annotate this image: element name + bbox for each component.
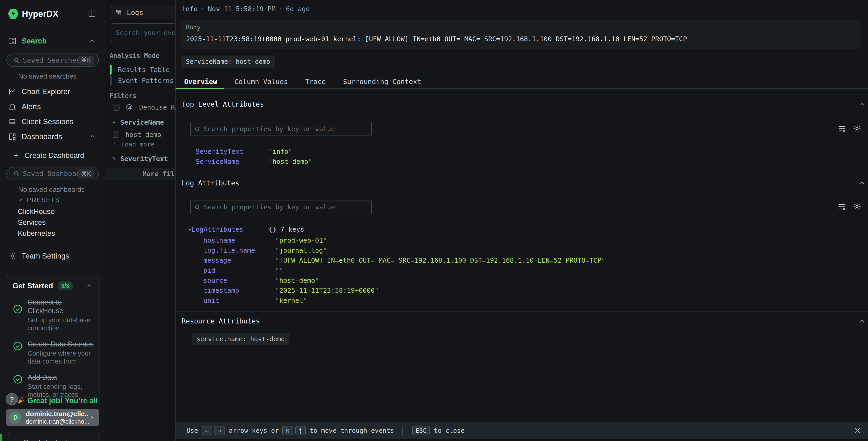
attribute-value: journal.log bbox=[279, 246, 323, 254]
load-more-row[interactable]: Load more bbox=[112, 141, 154, 148]
sidebar-item-label: Client Sessions bbox=[22, 117, 73, 126]
j-key: j bbox=[295, 426, 306, 435]
get-started-title: Get Started bbox=[12, 282, 53, 290]
denoise-checkbox[interactable] bbox=[113, 104, 120, 111]
log-attributes-search-box[interactable] bbox=[190, 200, 372, 214]
mode-results-table[interactable]: Results Table bbox=[110, 65, 169, 75]
esc-key: ESC bbox=[412, 426, 430, 435]
attribute-key[interactable]: log.file.name bbox=[203, 246, 255, 254]
attribute-row[interactable]: message bbox=[203, 257, 231, 264]
deploy-note-text: Ready to deploy on bbox=[23, 439, 84, 441]
user-account-chip[interactable]: D dominic.tran@clic... dominic.tran@clic… bbox=[6, 409, 99, 426]
tab-surrounding-context[interactable]: Surrounding Context bbox=[335, 75, 430, 88]
chevron-up-icon[interactable] bbox=[89, 133, 96, 140]
tab-trace[interactable]: Trace bbox=[297, 75, 334, 88]
search-icon bbox=[194, 204, 200, 210]
attribute-row[interactable]: hostname bbox=[203, 236, 235, 244]
saved-dashboards-input[interactable] bbox=[23, 170, 78, 178]
attribute-key[interactable]: ServiceName bbox=[195, 158, 239, 165]
divider bbox=[0, 48, 105, 48]
create-dashboard-label: Create Dashboard bbox=[25, 151, 84, 160]
help-button[interactable]: ? bbox=[6, 393, 18, 406]
top-level-search-box[interactable] bbox=[190, 122, 372, 136]
sidebar-item-label: Chart Explorer bbox=[22, 87, 70, 96]
laptop-icon bbox=[8, 117, 17, 126]
attribute-row[interactable]: unit bbox=[203, 297, 219, 304]
service-name-group[interactable]: ServiceName bbox=[111, 118, 164, 126]
search-icon bbox=[13, 170, 20, 177]
gear-icon[interactable] bbox=[853, 124, 861, 133]
attribute-key[interactable]: timestamp bbox=[203, 287, 239, 294]
braces-glyph: {} bbox=[269, 226, 276, 233]
deploy-note-card[interactable]: Ready to deploy on bbox=[8, 432, 99, 441]
wrap-lines-icon[interactable] bbox=[838, 124, 846, 133]
attribute-value-cell: "2025-11-11T23:58:19+0000" bbox=[275, 287, 379, 294]
footer-arrow-text: arrow keys or bbox=[229, 427, 279, 434]
separator: · bbox=[198, 5, 208, 13]
attribute-row[interactable]: SeverityText bbox=[195, 148, 243, 155]
group-label: SeverityText bbox=[120, 155, 168, 163]
presets-toggle[interactable]: PRESETS bbox=[17, 196, 60, 204]
sidebar-item-search[interactable]: Search bbox=[0, 35, 105, 48]
get-started-item[interactable]: Add Data Start sending logs, metrics, or… bbox=[12, 373, 93, 399]
mode-event-patterns[interactable]: Event Patterns bbox=[110, 76, 174, 86]
attribute-key[interactable]: pid bbox=[203, 266, 215, 274]
wrap-lines-icon[interactable] bbox=[838, 202, 846, 211]
log-attributes-search-input[interactable] bbox=[204, 203, 363, 211]
saved-searches-input[interactable] bbox=[23, 56, 78, 64]
resource-service-name-tag[interactable]: service.name: host-demo bbox=[192, 333, 289, 345]
attribute-row[interactable]: ServiceName bbox=[195, 158, 239, 165]
get-started-item[interactable]: Connect to ClickHouse Set up your databa… bbox=[12, 298, 93, 332]
caret-down-icon[interactable]: ▾ bbox=[188, 227, 191, 233]
close-icon[interactable] bbox=[853, 426, 862, 435]
group-key[interactable]: LogAttributes bbox=[191, 226, 243, 233]
preset-services[interactable]: Services bbox=[18, 218, 46, 227]
service-name-tag[interactable]: ServiceName: host-demo bbox=[181, 56, 275, 68]
attribute-row[interactable]: log.file.name bbox=[203, 246, 255, 254]
sidebar-item-dashboards[interactable]: Dashboards bbox=[0, 130, 105, 143]
attribute-key[interactable]: SeverityText bbox=[195, 148, 243, 155]
tabs-divider bbox=[176, 88, 868, 89]
attribute-key[interactable]: source bbox=[203, 276, 227, 284]
chevron-up-icon[interactable] bbox=[86, 283, 93, 289]
sidebar-collapse-icon[interactable] bbox=[88, 9, 96, 18]
attribute-row[interactable]: timestamp bbox=[203, 287, 239, 294]
footer-use-text: Use bbox=[186, 427, 198, 434]
hyperdx-logo-icon bbox=[8, 8, 19, 19]
collapse-section-icon[interactable] bbox=[859, 318, 866, 325]
host-demo-filter-row[interactable]: host-demo bbox=[113, 131, 161, 139]
avatar: D bbox=[9, 411, 22, 424]
attribute-key[interactable]: message bbox=[203, 257, 231, 264]
attribute-key[interactable]: unit bbox=[203, 297, 219, 304]
attribute-key[interactable]: hostname bbox=[203, 236, 235, 244]
attribute-row[interactable]: pid bbox=[203, 266, 215, 274]
search-icon bbox=[194, 126, 200, 132]
tab-overview[interactable]: Overview bbox=[176, 75, 226, 88]
saved-dashboards-search[interactable]: ⌘K bbox=[6, 167, 99, 180]
get-started-item[interactable]: Create Data Sources Configure where your… bbox=[12, 340, 93, 365]
sidebar-item-team-settings[interactable]: Team Settings bbox=[0, 249, 105, 262]
host-demo-checkbox[interactable] bbox=[113, 131, 119, 138]
saved-searches-search[interactable]: ⌘K bbox=[6, 54, 99, 67]
preset-kubernetes[interactable]: Kubernetes bbox=[18, 229, 55, 238]
sidebar-item-chart-explorer[interactable]: Chart Explorer bbox=[0, 85, 105, 98]
chevron-right-icon bbox=[111, 156, 117, 162]
tab-column-values[interactable]: Column Values bbox=[226, 75, 297, 88]
sidebar-item-client-sessions[interactable]: Client Sessions bbox=[0, 115, 105, 128]
gear-icon[interactable] bbox=[853, 202, 861, 211]
create-dashboard-button[interactable]: Create Dashboard bbox=[0, 149, 105, 162]
chevron-up-icon[interactable] bbox=[89, 37, 96, 45]
log-attributes-group-row[interactable]: ▾LogAttributes bbox=[188, 226, 243, 233]
attribute-value-cell: "" bbox=[275, 266, 283, 274]
inactive-rail bbox=[110, 76, 112, 86]
sidebar-item-alerts[interactable]: Alerts bbox=[0, 100, 105, 113]
chevron-right-icon bbox=[112, 142, 117, 147]
severity-text-group[interactable]: SeverityText bbox=[111, 155, 168, 163]
collapse-section-icon[interactable] bbox=[859, 101, 866, 108]
active-rail bbox=[110, 65, 112, 75]
attribute-row[interactable]: source bbox=[203, 276, 227, 284]
body-label: Body bbox=[186, 24, 200, 31]
collapse-section-icon[interactable] bbox=[859, 180, 866, 187]
preset-clickhouse[interactable]: ClickHouse bbox=[18, 207, 55, 216]
top-level-search-input[interactable] bbox=[204, 125, 363, 133]
